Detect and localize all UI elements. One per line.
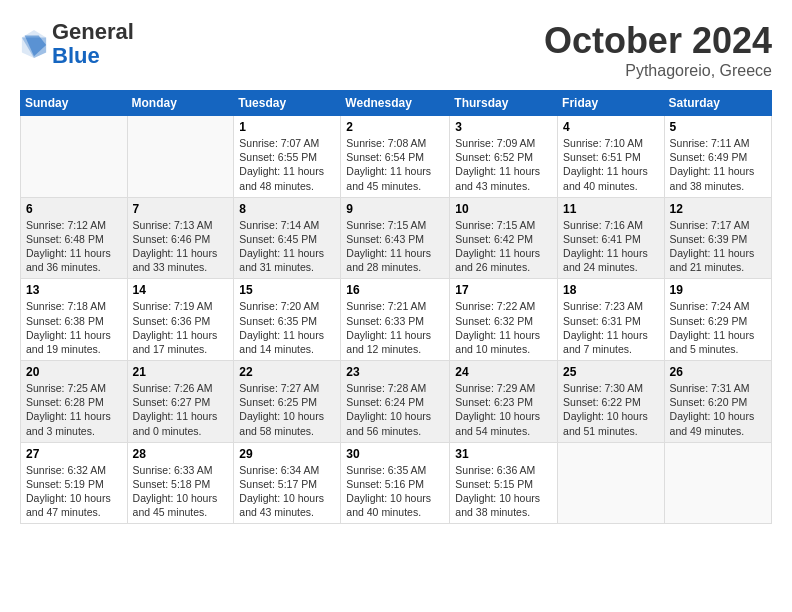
calendar-cell: 27Sunrise: 6:32 AM Sunset: 5:19 PM Dayli… — [21, 442, 128, 524]
day-number: 14 — [133, 283, 229, 297]
page: General Blue October 2024 Pythagoreio, G… — [0, 0, 792, 612]
logo-icon — [20, 28, 48, 60]
day-number: 12 — [670, 202, 766, 216]
logo: General Blue — [20, 20, 134, 68]
day-info: Sunrise: 7:25 AM Sunset: 6:28 PM Dayligh… — [26, 381, 122, 438]
day-info: Sunrise: 7:23 AM Sunset: 6:31 PM Dayligh… — [563, 299, 659, 356]
day-number: 15 — [239, 283, 335, 297]
logo-line1: General — [52, 20, 134, 44]
logo-line2: Blue — [52, 44, 134, 68]
calendar-week-row: 1Sunrise: 7:07 AM Sunset: 6:55 PM Daylig… — [21, 116, 772, 198]
calendar-cell: 16Sunrise: 7:21 AM Sunset: 6:33 PM Dayli… — [341, 279, 450, 361]
calendar-cell: 4Sunrise: 7:10 AM Sunset: 6:51 PM Daylig… — [558, 116, 665, 198]
day-number: 6 — [26, 202, 122, 216]
calendar-cell: 5Sunrise: 7:11 AM Sunset: 6:49 PM Daylig… — [664, 116, 771, 198]
month-title: October 2024 — [544, 20, 772, 62]
day-number: 1 — [239, 120, 335, 134]
calendar-week-row: 20Sunrise: 7:25 AM Sunset: 6:28 PM Dayli… — [21, 361, 772, 443]
day-info: Sunrise: 7:20 AM Sunset: 6:35 PM Dayligh… — [239, 299, 335, 356]
calendar-cell: 11Sunrise: 7:16 AM Sunset: 6:41 PM Dayli… — [558, 197, 665, 279]
calendar-cell: 30Sunrise: 6:35 AM Sunset: 5:16 PM Dayli… — [341, 442, 450, 524]
day-number: 26 — [670, 365, 766, 379]
day-info: Sunrise: 7:16 AM Sunset: 6:41 PM Dayligh… — [563, 218, 659, 275]
calendar-cell: 18Sunrise: 7:23 AM Sunset: 6:31 PM Dayli… — [558, 279, 665, 361]
day-number: 9 — [346, 202, 444, 216]
day-info: Sunrise: 6:32 AM Sunset: 5:19 PM Dayligh… — [26, 463, 122, 520]
calendar-header-saturday: Saturday — [664, 91, 771, 116]
location: Pythagoreio, Greece — [544, 62, 772, 80]
day-info: Sunrise: 7:22 AM Sunset: 6:32 PM Dayligh… — [455, 299, 552, 356]
calendar-header-thursday: Thursday — [450, 91, 558, 116]
calendar-cell — [558, 442, 665, 524]
day-info: Sunrise: 7:31 AM Sunset: 6:20 PM Dayligh… — [670, 381, 766, 438]
day-info: Sunrise: 7:14 AM Sunset: 6:45 PM Dayligh… — [239, 218, 335, 275]
day-number: 13 — [26, 283, 122, 297]
title-area: October 2024 Pythagoreio, Greece — [544, 20, 772, 80]
calendar: SundayMondayTuesdayWednesdayThursdayFrid… — [20, 90, 772, 524]
calendar-cell: 14Sunrise: 7:19 AM Sunset: 6:36 PM Dayli… — [127, 279, 234, 361]
day-number: 8 — [239, 202, 335, 216]
day-number: 2 — [346, 120, 444, 134]
day-info: Sunrise: 7:19 AM Sunset: 6:36 PM Dayligh… — [133, 299, 229, 356]
calendar-cell: 26Sunrise: 7:31 AM Sunset: 6:20 PM Dayli… — [664, 361, 771, 443]
day-info: Sunrise: 7:27 AM Sunset: 6:25 PM Dayligh… — [239, 381, 335, 438]
day-info: Sunrise: 7:30 AM Sunset: 6:22 PM Dayligh… — [563, 381, 659, 438]
calendar-cell: 1Sunrise: 7:07 AM Sunset: 6:55 PM Daylig… — [234, 116, 341, 198]
day-info: Sunrise: 6:33 AM Sunset: 5:18 PM Dayligh… — [133, 463, 229, 520]
day-info: Sunrise: 7:26 AM Sunset: 6:27 PM Dayligh… — [133, 381, 229, 438]
calendar-header-sunday: Sunday — [21, 91, 128, 116]
day-number: 7 — [133, 202, 229, 216]
calendar-header-wednesday: Wednesday — [341, 91, 450, 116]
day-info: Sunrise: 6:35 AM Sunset: 5:16 PM Dayligh… — [346, 463, 444, 520]
day-info: Sunrise: 7:11 AM Sunset: 6:49 PM Dayligh… — [670, 136, 766, 193]
day-number: 23 — [346, 365, 444, 379]
calendar-cell: 29Sunrise: 6:34 AM Sunset: 5:17 PM Dayli… — [234, 442, 341, 524]
day-number: 3 — [455, 120, 552, 134]
calendar-cell: 21Sunrise: 7:26 AM Sunset: 6:27 PM Dayli… — [127, 361, 234, 443]
calendar-cell — [127, 116, 234, 198]
day-info: Sunrise: 7:24 AM Sunset: 6:29 PM Dayligh… — [670, 299, 766, 356]
calendar-header-tuesday: Tuesday — [234, 91, 341, 116]
calendar-cell: 8Sunrise: 7:14 AM Sunset: 6:45 PM Daylig… — [234, 197, 341, 279]
day-info: Sunrise: 7:17 AM Sunset: 6:39 PM Dayligh… — [670, 218, 766, 275]
calendar-header-friday: Friday — [558, 91, 665, 116]
day-info: Sunrise: 6:36 AM Sunset: 5:15 PM Dayligh… — [455, 463, 552, 520]
day-info: Sunrise: 7:21 AM Sunset: 6:33 PM Dayligh… — [346, 299, 444, 356]
day-info: Sunrise: 7:12 AM Sunset: 6:48 PM Dayligh… — [26, 218, 122, 275]
day-number: 29 — [239, 447, 335, 461]
calendar-week-row: 6Sunrise: 7:12 AM Sunset: 6:48 PM Daylig… — [21, 197, 772, 279]
calendar-cell — [664, 442, 771, 524]
day-number: 25 — [563, 365, 659, 379]
calendar-cell: 3Sunrise: 7:09 AM Sunset: 6:52 PM Daylig… — [450, 116, 558, 198]
calendar-cell: 25Sunrise: 7:30 AM Sunset: 6:22 PM Dayli… — [558, 361, 665, 443]
day-info: Sunrise: 7:10 AM Sunset: 6:51 PM Dayligh… — [563, 136, 659, 193]
day-info: Sunrise: 7:09 AM Sunset: 6:52 PM Dayligh… — [455, 136, 552, 193]
day-info: Sunrise: 7:15 AM Sunset: 6:43 PM Dayligh… — [346, 218, 444, 275]
day-info: Sunrise: 7:08 AM Sunset: 6:54 PM Dayligh… — [346, 136, 444, 193]
day-number: 4 — [563, 120, 659, 134]
calendar-cell: 6Sunrise: 7:12 AM Sunset: 6:48 PM Daylig… — [21, 197, 128, 279]
calendar-cell — [21, 116, 128, 198]
calendar-header-monday: Monday — [127, 91, 234, 116]
calendar-week-row: 13Sunrise: 7:18 AM Sunset: 6:38 PM Dayli… — [21, 279, 772, 361]
day-number: 17 — [455, 283, 552, 297]
logo-text: General Blue — [52, 20, 134, 68]
day-number: 21 — [133, 365, 229, 379]
day-number: 11 — [563, 202, 659, 216]
day-number: 30 — [346, 447, 444, 461]
day-number: 18 — [563, 283, 659, 297]
calendar-header-row: SundayMondayTuesdayWednesdayThursdayFrid… — [21, 91, 772, 116]
day-number: 20 — [26, 365, 122, 379]
day-number: 5 — [670, 120, 766, 134]
calendar-cell: 15Sunrise: 7:20 AM Sunset: 6:35 PM Dayli… — [234, 279, 341, 361]
day-number: 24 — [455, 365, 552, 379]
calendar-cell: 20Sunrise: 7:25 AM Sunset: 6:28 PM Dayli… — [21, 361, 128, 443]
header: General Blue October 2024 Pythagoreio, G… — [20, 20, 772, 80]
day-info: Sunrise: 7:29 AM Sunset: 6:23 PM Dayligh… — [455, 381, 552, 438]
calendar-cell: 13Sunrise: 7:18 AM Sunset: 6:38 PM Dayli… — [21, 279, 128, 361]
calendar-cell: 19Sunrise: 7:24 AM Sunset: 6:29 PM Dayli… — [664, 279, 771, 361]
day-number: 31 — [455, 447, 552, 461]
day-info: Sunrise: 7:28 AM Sunset: 6:24 PM Dayligh… — [346, 381, 444, 438]
day-info: Sunrise: 7:18 AM Sunset: 6:38 PM Dayligh… — [26, 299, 122, 356]
day-number: 22 — [239, 365, 335, 379]
